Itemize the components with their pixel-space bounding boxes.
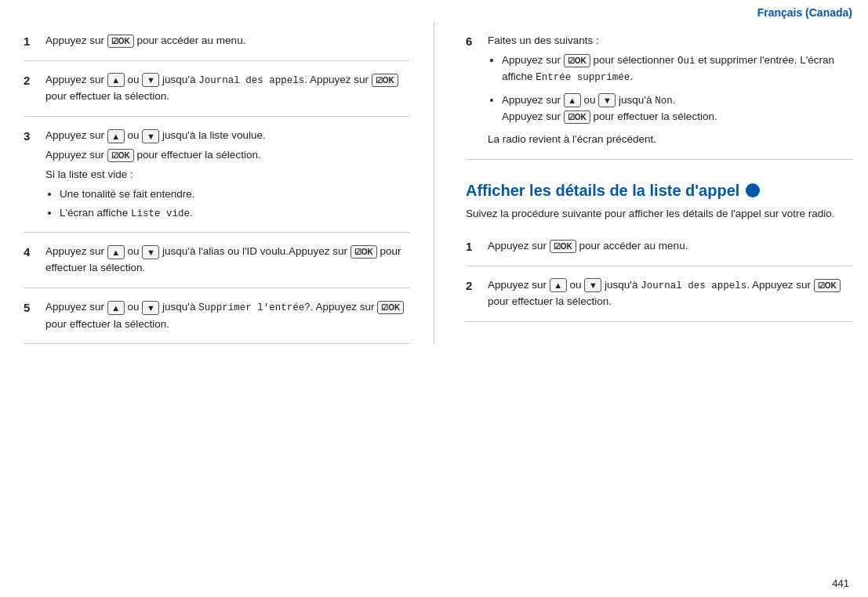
step-content: Faites un des suivants : Appuyez sur ☑OK…: [488, 33, 852, 151]
step-content: Appuyez sur ▲ ou ▼ jusqu'à Journal des a…: [45, 72, 410, 108]
step-content: Appuyez sur ▲ ou ▼ jusqu'à Journal des a…: [488, 277, 852, 313]
step-6: 6 Faites un des suivants : Appuyez sur ☑…: [466, 22, 852, 160]
section-title: Afficher les détails de la liste d'appel: [466, 182, 852, 200]
ok-icon: ☑OK: [107, 34, 134, 48]
ok-icon: ☑OK: [372, 74, 398, 87]
step-1: 1 Appuyez sur ☑OK pour accéder au menu.: [24, 22, 410, 61]
ok-icon: ☑OK: [107, 149, 134, 162]
list-item: Une tonalité se fait entendre.: [60, 186, 410, 203]
left-column: 1 Appuyez sur ☑OK pour accéder au menu. …: [24, 22, 434, 344]
step-content: Appuyez sur ▲ ou ▼ jusqu'à l'alias ou l'…: [45, 244, 410, 280]
step-number: 2: [466, 279, 480, 292]
step-content: Appuyez sur ▲ ou ▼ jusqu'à Supprimer l'e…: [45, 299, 410, 335]
list-item: Appuyez sur ☑OK pour sélectionner Oui et…: [502, 52, 852, 86]
page-header: Français (Canada): [0, 0, 868, 22]
step-number: 1: [24, 34, 38, 48]
up-icon: ▲: [550, 278, 567, 292]
step-4: 4 Appuyez sur ▲ ou ▼ jusqu'à l'alias ou …: [24, 233, 410, 288]
down-icon: ▼: [142, 301, 159, 315]
step-2: 2 Appuyez sur ▲ ou ▼ jusqu'à Journal des…: [24, 61, 410, 117]
language-label: Français (Canada): [757, 6, 852, 19]
ok-icon: ☑OK: [350, 245, 377, 259]
ok-icon: ☑OK: [377, 301, 404, 314]
section-afficher: Afficher les détails de la liste d'appel…: [466, 160, 852, 322]
list-item: Appuyez sur ▲ ou ▼ jusqu'à Non.Appuyez s…: [502, 92, 852, 125]
step-content: Appuyez sur ▲ ou ▼ jusqu'à la liste voul…: [45, 128, 410, 224]
down-icon: ▼: [142, 245, 159, 259]
bullet-list: Appuyez sur ☑OK pour sélectionner Oui et…: [488, 52, 852, 125]
ok-icon: ☑OK: [814, 279, 841, 292]
up-icon: ▲: [564, 93, 581, 107]
right-column: 6 Faites un des suivants : Appuyez sur ☑…: [458, 22, 852, 344]
sub-step-2: 2 Appuyez sur ▲ ou ▼ jusqu'à Journal des…: [466, 266, 852, 322]
step-number: 1: [466, 240, 480, 253]
step-content: Appuyez sur ☑OK pour accéder au menu.: [45, 33, 410, 52]
step-3: 3 Appuyez sur ▲ ou ▼ jusqu'à la liste vo…: [24, 117, 410, 233]
page-number: 441: [832, 577, 849, 589]
step-number: 6: [466, 34, 480, 48]
down-icon: ▼: [142, 73, 159, 87]
up-icon: ▲: [107, 129, 125, 143]
down-icon: ▼: [142, 129, 159, 143]
section-title-text: Afficher les détails de la liste d'appel: [466, 182, 739, 200]
section-intro: Suivez la procédure suivante pour affich…: [466, 206, 852, 223]
step-number: 3: [24, 129, 38, 143]
globe-icon: [746, 183, 760, 197]
up-icon: ▲: [107, 245, 125, 259]
step-content: Appuyez sur ☑OK pour accéder au menu.: [488, 238, 852, 258]
list-item: L'écran affiche Liste vide.: [60, 205, 410, 222]
step-number: 2: [24, 74, 38, 87]
step-5: 5 Appuyez sur ▲ ou ▼ jusqu'à Supprimer l…: [24, 288, 410, 344]
ok-icon: ☑OK: [564, 54, 590, 67]
step-number: 5: [24, 301, 38, 314]
page-footer: 441: [832, 577, 849, 589]
down-icon: ▼: [584, 278, 601, 292]
up-icon: ▲: [107, 73, 125, 87]
bullet-list: Une tonalité se fait entendre. L'écran a…: [45, 186, 410, 222]
ok-icon: ☑OK: [564, 110, 590, 124]
down-icon: ▼: [598, 93, 616, 107]
sub-step-1: 1 Appuyez sur ☑OK pour accéder au menu.: [466, 227, 852, 266]
up-icon: ▲: [107, 301, 125, 315]
step-number: 4: [24, 245, 38, 259]
ok-icon: ☑OK: [550, 240, 576, 253]
